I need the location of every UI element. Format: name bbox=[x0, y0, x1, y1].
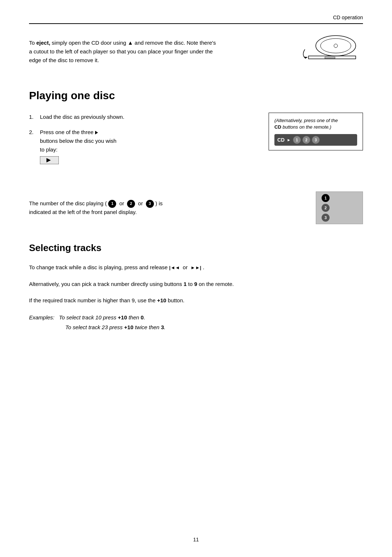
step-1: 1. Load the disc as previously shown. bbox=[29, 113, 218, 121]
disc-badge-1: 1 bbox=[322, 194, 330, 202]
disc-badge-3: 3 bbox=[322, 214, 330, 222]
disc-number-text: The number of the disc playing ( 1 or 2 … bbox=[29, 199, 232, 217]
or-text: or bbox=[183, 264, 188, 270]
page-number: 11 bbox=[193, 537, 199, 542]
svg-marker-5 bbox=[303, 57, 308, 58]
cd-btn-3: 3 bbox=[312, 136, 320, 144]
or-1: or bbox=[119, 200, 124, 206]
or-2: or bbox=[138, 200, 143, 206]
disc-display-item-3: 3 bbox=[322, 214, 330, 222]
cd-btn-2: 2 bbox=[302, 136, 310, 144]
disc-circle-2: 2 bbox=[127, 200, 135, 208]
disc-badge-2: 2 bbox=[322, 204, 330, 212]
disc-display-box: 1 2 3 bbox=[316, 191, 363, 224]
svg-point-2 bbox=[334, 44, 338, 48]
eject-text: To eject, simply open the CD door using … bbox=[29, 39, 218, 65]
cd-player-illustration bbox=[298, 35, 363, 71]
steps-and-remote: 1. Load the disc as previously shown. 2.… bbox=[29, 113, 363, 173]
step-1-content: Load the disc as previously shown. bbox=[40, 113, 218, 121]
cd-remote-arrow: ► bbox=[287, 138, 291, 142]
playing-section: Playing one disc 1. Load the disc as pre… bbox=[29, 89, 363, 173]
playing-section-heading: Playing one disc bbox=[29, 89, 363, 102]
disc-circle-3: 3 bbox=[146, 200, 154, 208]
step-2-number: 2. bbox=[29, 128, 40, 167]
examples-label: Examples: bbox=[29, 314, 59, 320]
selecting-para1: To change track while a disc is playing,… bbox=[29, 263, 363, 272]
cd-btn-1: 1 bbox=[293, 136, 301, 144]
page-container: CD operation To eject, simply open the C… bbox=[0, 0, 392, 557]
cd-remote-label: CD bbox=[277, 137, 285, 143]
disc-display-item-1: 1 bbox=[322, 194, 330, 202]
cd-remote-buttons: CD ► 1 2 3 bbox=[274, 134, 357, 146]
selecting-para2: Alternatively, you can pick a track numb… bbox=[29, 279, 363, 289]
selecting-section: Selecting tracks To change track while a… bbox=[29, 242, 363, 332]
remote-box: (Alternatively, press one of the CD butt… bbox=[269, 113, 363, 150]
skip-backward-symbol: |◄◄ bbox=[169, 265, 180, 270]
play-button-illustration bbox=[40, 156, 59, 164]
skip-forward-symbol: ►►| bbox=[191, 265, 201, 270]
step-2-content: Press one of the three buttons below the… bbox=[40, 128, 218, 167]
disc-circle-1: 1 bbox=[108, 200, 116, 208]
svg-rect-4 bbox=[325, 57, 335, 58]
steps-list: 1. Load the disc as previously shown. 2.… bbox=[29, 113, 218, 173]
step-2: 2. Press one of the three buttons below … bbox=[29, 128, 218, 167]
svg-point-1 bbox=[320, 39, 351, 53]
page-header: CD operation bbox=[29, 15, 363, 24]
header-title: CD operation bbox=[333, 15, 363, 20]
examples-indent: To select track 23 press +10 twice then … bbox=[65, 324, 166, 330]
disc-number-section: The number of the disc playing ( 1 or 2 … bbox=[29, 191, 363, 224]
disc-display-item-2: 2 bbox=[322, 204, 330, 212]
eject-section: To eject, simply open the CD door using … bbox=[29, 39, 363, 71]
selecting-para3: If the required track number is higher t… bbox=[29, 296, 363, 305]
step-1-number: 1. bbox=[29, 113, 40, 121]
examples-text: Examples: To select track 10 press +10 t… bbox=[29, 312, 363, 332]
remote-box-text: (Alternatively, press one of the CD butt… bbox=[274, 117, 357, 130]
selecting-section-heading: Selecting tracks bbox=[29, 242, 363, 254]
